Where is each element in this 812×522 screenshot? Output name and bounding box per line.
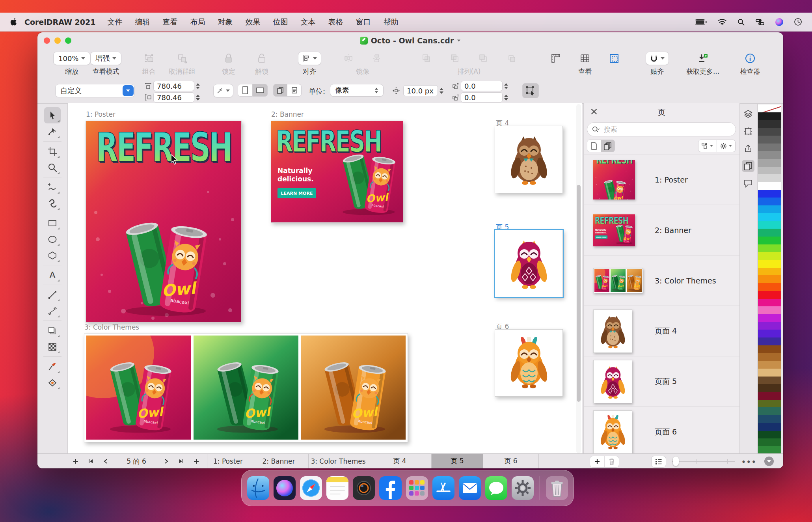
docker-row-themes[interactable]: 3: Color Themes	[584, 255, 739, 306]
line-tool[interactable]	[44, 287, 61, 303]
forward-one-icon[interactable]	[478, 53, 488, 63]
duplicate-y-stepper[interactable]	[504, 95, 508, 101]
menu-item-edit[interactable]: 编辑	[135, 17, 150, 27]
apply-current-page-button[interactable]	[287, 84, 302, 97]
palette-swatch[interactable]	[758, 377, 781, 384]
palette-swatch[interactable]	[758, 291, 781, 299]
menu-item-table[interactable]: 表格	[328, 17, 343, 27]
docker-row-page5[interactable]: 页面 5	[584, 356, 739, 407]
palette-swatch[interactable]	[758, 392, 781, 400]
docker-row-poster[interactable]: 1: Poster	[584, 155, 739, 205]
palette-swatch[interactable]	[758, 400, 781, 408]
view-mode-dropdown[interactable]: 增强	[90, 52, 121, 65]
palette-swatch[interactable]	[758, 104, 781, 112]
menu-item-window[interactable]: 窗口	[356, 17, 371, 27]
page2-banner[interactable]	[271, 121, 403, 223]
apply-all-pages-button[interactable]	[273, 84, 287, 97]
menu-item-effects[interactable]: 效果	[245, 17, 260, 27]
wifi-icon[interactable]	[718, 19, 726, 25]
palette-swatch[interactable]	[758, 314, 781, 322]
duplicate-y-field[interactable]: 0.0	[461, 92, 503, 103]
palette-swatch[interactable]	[758, 136, 781, 144]
grid-icon[interactable]	[579, 53, 590, 64]
duplicate-x-stepper[interactable]	[504, 83, 508, 89]
group-icon[interactable]	[143, 53, 155, 64]
palette-swatch[interactable]	[758, 244, 781, 252]
palette-swatch[interactable]	[758, 299, 781, 307]
docker-row-banner[interactable]: 2: Banner	[584, 205, 739, 255]
snap-dropdown[interactable]	[646, 52, 669, 65]
page4-thumbnail[interactable]	[593, 309, 632, 353]
dock-app-store-icon[interactable]	[432, 476, 454, 500]
dock-notes-icon[interactable]	[326, 476, 348, 500]
palette-scroll-down-button[interactable]	[764, 457, 774, 466]
dock-system-preferences-icon[interactable]	[512, 476, 534, 500]
crop-tool[interactable]	[44, 143, 61, 159]
drop-shadow-tool[interactable]	[44, 323, 61, 339]
vertical-scrollbar[interactable]	[576, 104, 581, 453]
scale-options-dropdown[interactable]	[213, 84, 233, 97]
docker-settings-dropdown[interactable]	[717, 140, 736, 152]
palette-swatch[interactable]	[758, 252, 781, 260]
palette-swatch[interactable]	[758, 361, 781, 369]
page-border-icon[interactable]	[609, 53, 620, 64]
slider-handle[interactable]	[673, 457, 679, 466]
palette-swatch[interactable]	[758, 221, 781, 229]
menu-app-name[interactable]: CorelDRAW 2021	[24, 18, 95, 26]
menu-item-layout[interactable]: 布局	[190, 17, 205, 27]
thumbnail-size-dropdown[interactable]	[698, 140, 717, 152]
menu-item-view[interactable]: 查看	[162, 17, 177, 27]
palette-swatch[interactable]	[758, 190, 781, 198]
page4-owl[interactable]	[495, 126, 563, 193]
single-page-view-button[interactable]	[587, 140, 601, 152]
menu-item-bitmaps[interactable]: 位图	[273, 17, 288, 27]
docker-row-page4[interactable]: 页面 4	[584, 306, 739, 356]
theme-variant-1[interactable]	[86, 336, 191, 440]
title-chevron-icon[interactable]	[457, 40, 460, 42]
apple-icon[interactable]	[10, 18, 17, 26]
docker-delete-page-button[interactable]	[604, 456, 619, 467]
page-tab-6[interactable]: 页 6	[483, 454, 539, 468]
palette-swatch[interactable]	[758, 369, 781, 377]
nudge-stepper[interactable]	[440, 88, 443, 94]
page5-owl-selected[interactable]	[495, 230, 563, 297]
palette-swatch[interactable]	[758, 174, 781, 182]
dock-finder-icon[interactable]	[247, 476, 269, 500]
inspector-icon[interactable]	[745, 53, 756, 64]
palette-swatch[interactable]	[758, 353, 781, 361]
zoom-tool[interactable]	[44, 159, 61, 175]
palette-swatch[interactable]	[758, 182, 781, 190]
palette-swatch[interactable]	[758, 237, 781, 244]
page-tab-4[interactable]: 页 4	[368, 454, 431, 468]
page-tab-themes[interactable]: 3: Color Themes	[308, 454, 368, 468]
page6-thumbnail[interactable]	[593, 410, 632, 454]
page6-owl[interactable]	[495, 329, 563, 397]
palette-swatch[interactable]	[758, 275, 781, 283]
smart-fill-tool[interactable]	[44, 375, 61, 391]
palette-swatch[interactable]	[758, 322, 781, 330]
dock-facebook-icon[interactable]	[379, 476, 401, 500]
palette-swatch[interactable]	[758, 159, 781, 167]
palette-swatch[interactable]	[758, 415, 781, 423]
palette-swatch[interactable]	[758, 151, 781, 159]
theme-variant-2[interactable]	[194, 336, 298, 440]
menu-item-text[interactable]: 文本	[300, 17, 315, 27]
transform-icon[interactable]	[742, 125, 754, 137]
page-tab-poster[interactable]: 1: Poster	[207, 454, 249, 468]
dock-launchpad-icon[interactable]	[406, 476, 428, 500]
ungroup-icon[interactable]	[177, 53, 188, 64]
palette-swatch[interactable]	[758, 283, 781, 291]
duplicate-x-field[interactable]: 0.0	[461, 81, 503, 91]
pattern-tool[interactable]	[44, 339, 61, 355]
palette-swatch[interactable]	[758, 446, 781, 454]
page5-thumbnail[interactable]	[593, 360, 632, 403]
search-icon[interactable]	[738, 19, 745, 26]
siri-icon[interactable]	[775, 18, 783, 26]
page-width-stepper[interactable]	[196, 83, 200, 89]
artistic-media-tool[interactable]	[44, 195, 61, 211]
portrait-button[interactable]	[238, 84, 253, 97]
next-page-button[interactable]	[160, 455, 172, 467]
page-tab-banner[interactable]: 2: Banner	[249, 454, 308, 468]
page-height-field[interactable]: 780.46	[153, 92, 194, 103]
export-icon[interactable]	[742, 143, 754, 155]
